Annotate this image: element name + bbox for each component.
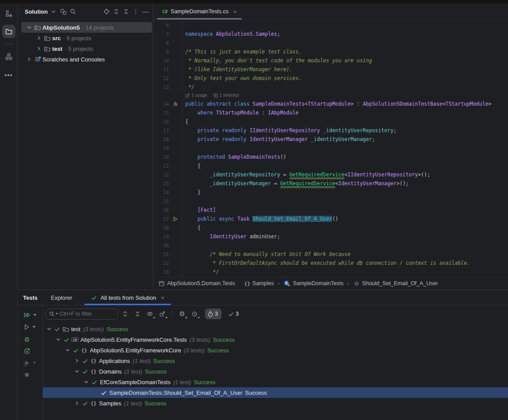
solution-tree-item-test[interactable]: test· 5 projects	[21, 43, 152, 54]
chevron-down-icon[interactable]	[25, 24, 33, 31]
more-options-icon[interactable]: ⋮	[131, 7, 141, 16]
tab-close-icon[interactable]: ×	[233, 8, 237, 15]
chevron-right-icon[interactable]	[73, 400, 81, 407]
code-line[interactable]: 8	[154, 38, 508, 47]
chevron-down-icon[interactable]	[49, 7, 58, 16]
code-line[interactable]: 31 /* Need to manually start Unit Of Wor…	[154, 250, 508, 259]
code-line[interactable]: 30	[154, 241, 508, 250]
collapse-all-icon[interactable]	[132, 309, 143, 319]
solution-tree-item-scratches-and-consoles[interactable]: Scratches and Consoles	[21, 54, 152, 65]
open-in-editor-icon[interactable]	[157, 309, 168, 319]
preview-icon[interactable]	[145, 309, 155, 319]
filter-search-box[interactable]	[46, 309, 118, 320]
dropdown-caret-icon[interactable]	[32, 325, 36, 328]
code-line[interactable]: 18 private readonly IdentityUserManager …	[154, 135, 508, 144]
tab-close-icon[interactable]: ×	[161, 294, 164, 301]
filter-input[interactable]	[59, 310, 109, 317]
more-icon[interactable]: •••	[2, 68, 15, 81]
code-line[interactable]: 22 _identityUserRepository = GetRequired…	[154, 170, 508, 179]
run-test-gutter-icon[interactable]	[169, 214, 182, 223]
chevron-right-icon[interactable]	[73, 357, 81, 364]
expand-all-icon[interactable]	[120, 309, 130, 319]
code-line[interactable]: 27 public async Task Should_Set_Email_Of…	[154, 214, 508, 223]
chevron-right-icon[interactable]	[25, 56, 33, 63]
structure-view-icon[interactable]	[2, 7, 15, 20]
chevron-down-icon[interactable]	[73, 368, 81, 375]
tab-all-tests-from-solution[interactable]: All tests from Solution ×	[84, 290, 170, 305]
test-tree-item-efcoresampledomaintests[interactable]: EfCoreSampleDomainTests(1 test)Success	[43, 377, 508, 387]
chevron-down-icon[interactable]	[63, 347, 72, 354]
code-line[interactable]: 21 {	[154, 161, 508, 170]
settings-icon[interactable]: ⚙	[177, 309, 187, 319]
rerun-button[interactable]	[18, 345, 42, 357]
test-tree-item-test[interactable]: test(3 tests)Success	[43, 324, 508, 334]
usages-hint[interactable]: 1 usage	[185, 92, 207, 99]
code-text	[182, 241, 185, 250]
breadcrumb-item-should-set-email-of-a-user[interactable]: Should_Set_Email_Of_A_User	[353, 280, 438, 287]
dropdown-caret-icon[interactable]	[33, 313, 37, 317]
collapse-all-icon[interactable]	[121, 7, 131, 16]
code-line[interactable]: 16{	[154, 117, 508, 126]
tab-explorer[interactable]: Explorer	[45, 290, 78, 305]
code-line[interactable]: 14ʌIOpublic abstract class SampleDomainT…	[154, 99, 508, 108]
test-tree-item-samples[interactable]: {}Samples(1 test)Success	[43, 398, 508, 409]
code-line[interactable]: 33 */	[154, 267, 508, 276]
code-line[interactable]: 26 [Fact]	[154, 206, 508, 214]
code-line[interactable]: 19	[154, 144, 508, 153]
code-line[interactable]: 10 * Normally, you don't test code of th…	[154, 56, 508, 65]
expand-all-icon[interactable]	[111, 7, 121, 16]
chevron-down-icon[interactable]	[54, 336, 62, 343]
locate-file-icon[interactable]	[102, 7, 111, 16]
chevron-down-icon[interactable]	[45, 325, 53, 332]
test-duration-toggle[interactable]: 3	[205, 309, 222, 319]
code-line[interactable]: 29 IdentityUser adminUser;	[154, 232, 508, 241]
solution-tree-item-abpsolution5[interactable]: AbpSolution5· 14 projects	[21, 22, 152, 33]
hide-panel-icon[interactable]: —	[141, 7, 150, 16]
solution-tree-item-src[interactable]: src· 9 projects	[21, 33, 152, 43]
folders-icon[interactable]	[2, 25, 15, 38]
services-icon[interactable]	[2, 50, 15, 63]
code-text: IdentityUser adminUser;	[182, 232, 280, 241]
run-all-button[interactable]	[18, 309, 42, 321]
breadcrumb-item-sampledomaintests[interactable]: cSampleDomainTests	[283, 280, 344, 287]
test-status: Success	[145, 400, 166, 407]
code-line[interactable]: 6	[154, 21, 508, 30]
test-tree-item-abpsolution5-entityframeworkcore[interactable]: {}AbpSolution5.EntityFrameworkCore(3 tes…	[43, 345, 508, 355]
search-options-caret-icon[interactable]	[56, 313, 58, 315]
code-line[interactable]: 24 }	[154, 188, 508, 197]
run-button[interactable]	[18, 321, 42, 333]
code-line[interactable]: 13 */	[154, 83, 508, 92]
debug-button[interactable]	[18, 333, 42, 345]
code-line[interactable]: 32 * FirstOrDefaultAsync should be execu…	[154, 259, 508, 267]
test-tree-item-applications[interactable]: {}Applications(1 test)Success	[43, 355, 508, 366]
inheritor-hint[interactable]: 1 inheritor	[214, 92, 239, 99]
dropdown-caret-icon[interactable]	[33, 361, 36, 364]
override-gutter-icon[interactable]: ʌIO	[169, 99, 182, 108]
history-icon[interactable]	[189, 309, 200, 319]
code-line[interactable]: 20 protected SampleDomainTests()	[154, 153, 508, 161]
code-line[interactable]: 28 {	[154, 223, 508, 232]
test-tree-item-domains[interactable]: {}Domains(1 test)Success	[43, 366, 508, 377]
code-line[interactable]: 17 private readonly IIdentityUserReposit…	[154, 126, 508, 135]
editor-tab-sampledomaintests[interactable]: C# SampleDomainTests.cs ×	[157, 4, 242, 19]
test-tree-item-abpsolution5-entityframeworkcore-tests[interactable]: C#AbpSolution5.EntityFrameworkCore.Tests…	[43, 334, 508, 345]
test-tree-item-sampledomaintests-should-set-email-of-a-user[interactable]: SampleDomainTests.Should_Set_Email_Of_A_…	[43, 387, 508, 398]
chevron-right-icon[interactable]	[34, 34, 43, 42]
test-count: (1 test)	[173, 379, 191, 386]
code-line[interactable]: 11 * (like IdentityUserManager here).	[154, 65, 508, 74]
inlay-hints: 1 usage1 inheritor	[154, 92, 508, 99]
code-line[interactable]: 7namespace AbpSolution5.Samples;	[154, 30, 508, 38]
code-line[interactable]: 23 _identityUserManager = GetRequiredSer…	[154, 179, 508, 188]
code-line[interactable]: 12 * Only test your own domain services.	[154, 74, 508, 83]
code-line[interactable]: 9/* This is just an example test class.	[154, 47, 508, 56]
code-editor[interactable]: 67namespace AbpSolution5.Samples;89/* Th…	[154, 20, 508, 277]
line-number: 23	[154, 179, 169, 188]
breadcrumb-item-abpsolution5-domain-tests[interactable]: AbpSolution5.Domain.Tests	[158, 280, 235, 287]
chevron-right-icon[interactable]	[34, 45, 43, 52]
code-line[interactable]: 25	[154, 197, 508, 206]
code-line[interactable]: 15 where TStartupModule : IAbpModule	[154, 108, 508, 117]
search-icon[interactable]	[68, 7, 78, 16]
breadcrumb-item-samples[interactable]: {}Samples	[244, 280, 274, 286]
preview-file-icon[interactable]	[58, 7, 68, 16]
chevron-down-icon[interactable]	[82, 378, 90, 386]
